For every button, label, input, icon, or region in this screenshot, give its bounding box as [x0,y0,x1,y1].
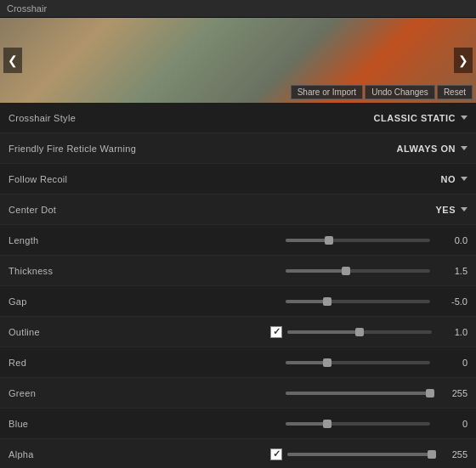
slider-value-red: 0 [437,358,468,368]
slider-value-length: 0.0 [437,235,468,245]
dropdown-value-center-dot: YES [435,205,456,215]
setting-label-friendly-fire: Friendly Fire Reticle Warning [8,144,162,154]
setting-row-crosshair-style: Crosshair StyleCLASSIC STATIC [0,103,476,133]
setting-control-follow-recoil: NO [162,174,468,184]
slider-wrapper-blue: 0 [162,419,468,429]
slider-fill-gap [286,300,327,303]
slider-wrapper-gap: -5.0 [162,296,468,307]
setting-label-outline: Outline [8,327,162,337]
slider-value-alpha: 255 [437,449,468,460]
setting-label-thickness: Thickness [8,266,162,276]
slider-thumb-thickness[interactable] [342,267,350,275]
dropdown-value-crosshair-style: CLASSIC STATIC [374,113,456,123]
setting-control-outline: 1.0 [162,326,468,338]
setting-control-thickness: 1.5 [162,266,468,276]
setting-row-length: Length0.0 [0,225,476,256]
window-header: Crosshair [0,0,476,18]
checkbox-outline[interactable] [270,326,282,338]
setting-row-blue: Blue0 [0,409,476,439]
action-buttons-group: Share or Import Undo Changes Reset [291,85,473,99]
setting-row-follow-recoil: Follow RecoilNO [0,164,476,195]
dropdown-arrow-icon-crosshair-style [461,116,468,120]
dropdown-arrow-icon-follow-recoil [461,177,468,181]
preview-area: ❮ ❯ Share or Import Undo Changes Reset [0,18,476,103]
setting-label-length: Length [8,235,162,245]
setting-label-green: Green [8,388,162,398]
dropdown-arrow-icon-friendly-fire [461,146,468,150]
setting-row-friendly-fire: Friendly Fire Reticle WarningALWAYS ON [0,133,476,164]
slider-fill-length [286,239,329,242]
next-arrow-button[interactable]: ❯ [454,48,473,73]
checkbox-alpha[interactable] [270,448,282,460]
dropdown-friendly-fire[interactable]: ALWAYS ON [397,144,468,154]
slider-value-gap: -5.0 [437,296,468,307]
setting-label-crosshair-style: Crosshair Style [8,113,162,123]
settings-panel: Crosshair StyleCLASSIC STATICFriendly Fi… [0,103,476,468]
slider-wrapper-thickness: 1.5 [162,266,468,276]
setting-label-red: Red [8,358,162,368]
setting-control-gap: -5.0 [162,296,468,307]
slider-thumb-alpha[interactable] [428,450,436,459]
slider-thumb-length[interactable] [325,236,333,245]
dropdown-arrow-icon-center-dot [461,207,468,211]
setting-row-red: Red0 [0,347,476,378]
dropdown-follow-recoil[interactable]: NO [441,174,468,184]
slider-wrapper-alpha: 255 [162,448,468,460]
slider-fill-outline [287,330,360,334]
slider-track-gap[interactable] [286,300,430,303]
setting-row-green: Green255 [0,378,476,409]
slider-track-green[interactable] [286,392,430,395]
setting-control-center-dot: YES [162,205,468,215]
slider-thumb-green[interactable] [426,389,434,398]
slider-wrapper-length: 0.0 [162,235,468,245]
slider-fill-red [286,361,327,364]
setting-label-center-dot: Center Dot [8,205,162,215]
undo-changes-button[interactable]: Undo Changes [365,85,435,99]
setting-control-friendly-fire: ALWAYS ON [162,144,468,154]
reset-button[interactable]: Reset [437,85,473,99]
window-title: Crosshair [7,3,47,14]
setting-label-follow-recoil: Follow Recoil [8,174,162,184]
dropdown-value-follow-recoil: NO [441,174,456,184]
slider-track-outline[interactable] [287,330,432,334]
slider-fill-thickness [286,269,346,273]
slider-wrapper-green: 255 [162,388,468,398]
setting-row-gap: Gap-5.0 [0,286,476,317]
slider-track-red[interactable] [286,361,430,364]
slider-thumb-gap[interactable] [323,297,332,306]
prev-arrow-button[interactable]: ❮ [3,48,22,73]
slider-track-alpha[interactable] [287,453,432,456]
dropdown-crosshair-style[interactable]: CLASSIC STATIC [374,113,468,123]
setting-label-alpha: Alpha [8,449,162,460]
slider-track-length[interactable] [286,239,430,242]
slider-fill-blue [286,422,327,426]
slider-track-thickness[interactable] [286,269,430,273]
slider-value-green: 255 [437,388,468,398]
setting-control-alpha: 255 [162,448,468,460]
share-import-button[interactable]: Share or Import [291,85,363,99]
setting-label-gap: Gap [8,296,162,307]
setting-row-outline: Outline1.0 [0,317,476,347]
setting-control-crosshair-style: CLASSIC STATIC [162,113,468,123]
setting-row-center-dot: Center DotYES [0,195,476,225]
dropdown-value-friendly-fire: ALWAYS ON [397,144,456,154]
slider-track-blue[interactable] [286,422,430,426]
setting-control-red: 0 [162,358,468,368]
slider-value-thickness: 1.5 [437,266,468,276]
slider-thumb-blue[interactable] [323,420,332,428]
slider-value-outline: 1.0 [437,327,468,337]
slider-thumb-outline[interactable] [355,328,364,336]
slider-thumb-red[interactable] [323,358,332,367]
dropdown-center-dot[interactable]: YES [435,205,468,215]
slider-fill-alpha [287,453,432,456]
setting-control-blue: 0 [162,419,468,429]
slider-wrapper-outline: 1.0 [162,326,468,338]
slider-wrapper-red: 0 [162,358,468,368]
setting-row-alpha: Alpha255 [0,439,476,468]
setting-row-thickness: Thickness1.5 [0,256,476,286]
setting-control-length: 0.0 [162,235,468,245]
slider-value-blue: 0 [437,419,468,429]
setting-label-blue: Blue [8,419,162,429]
slider-fill-green [286,392,430,395]
setting-control-green: 255 [162,388,468,398]
